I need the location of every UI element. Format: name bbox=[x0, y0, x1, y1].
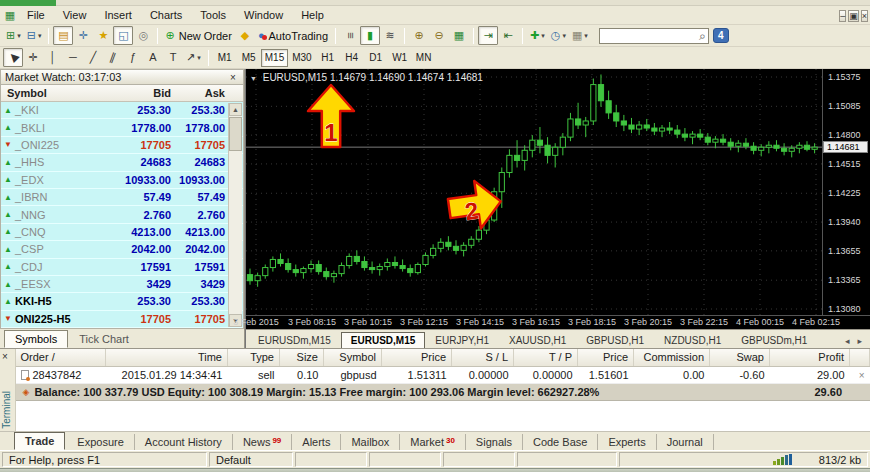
market-watch-row[interactable]: ▲KKI-H5253.30253.30 bbox=[1, 293, 243, 310]
timeframe-m1[interactable]: M1 bbox=[213, 49, 237, 67]
market-watch-row[interactable]: ▲_EDX10933.0010933.00 bbox=[1, 172, 243, 189]
terminal-tab-experts[interactable]: Experts bbox=[598, 434, 656, 450]
vertical-line-tool[interactable]: │ bbox=[43, 48, 63, 67]
chart-plot-area[interactable]: ▼ EURUSD,M15 1.14679 1.14690 1.14674 1.1… bbox=[246, 69, 822, 315]
terminal-tab-trade[interactable]: Trade bbox=[14, 432, 65, 450]
minimize-button[interactable]: – bbox=[839, 10, 846, 22]
terminal-tab-market[interactable]: Market30 bbox=[400, 434, 466, 450]
scroll-left-icon[interactable]: ◂ bbox=[841, 334, 854, 348]
timeframe-h4[interactable]: H4 bbox=[340, 49, 364, 67]
market-watch-row[interactable]: ▲_EESX34293429 bbox=[1, 276, 243, 293]
timeframe-d1[interactable]: D1 bbox=[364, 49, 388, 67]
market-watch-row[interactable]: ▼_ONI2251770517705 bbox=[1, 137, 243, 154]
timeframe-h1[interactable]: H1 bbox=[316, 49, 340, 67]
chart-tab-gbpusdm-h1[interactable]: GBPUSDm,H1 bbox=[731, 332, 817, 348]
chart-tab-eurjpy-h1[interactable]: EURJPY,H1 bbox=[425, 332, 499, 348]
text-tool[interactable]: A bbox=[143, 48, 163, 67]
order-row[interactable]: 284378422015.01.29 14:34:41sell0.10gbpus… bbox=[16, 366, 870, 383]
market-watch-row[interactable]: ▲_IBRN57.4957.49 bbox=[1, 189, 243, 206]
column-order[interactable]: Order / bbox=[16, 349, 106, 366]
fibonacci-tool[interactable]: ƒ bbox=[123, 48, 143, 67]
navigator-toggle[interactable]: ★ bbox=[93, 26, 113, 45]
restore-button[interactable]: ▣ bbox=[848, 10, 859, 22]
close-position-button[interactable]: × bbox=[855, 370, 865, 381]
arrows-tool[interactable]: ↗▾ bbox=[183, 48, 204, 67]
market-watch-row[interactable]: ▲_KKI253.30253.30 bbox=[1, 102, 243, 119]
column-swap[interactable]: Swap bbox=[710, 349, 770, 366]
cursor-tool[interactable]: ▶ bbox=[3, 48, 23, 67]
chart-tab-gbpusd-h1[interactable]: GBPUSD,H1 bbox=[576, 332, 654, 348]
market-watch-row[interactable]: ▲_BKLI1778.001778.00 bbox=[1, 119, 243, 136]
market-watch-row[interactable]: ▲_HHS2468324683 bbox=[1, 154, 243, 171]
terminal-tab-code-base[interactable]: Code Base bbox=[523, 434, 598, 450]
terminal-tab-account-history[interactable]: Account History bbox=[135, 434, 233, 450]
menu-insert[interactable]: Insert bbox=[95, 8, 141, 22]
column-bid[interactable]: Bid bbox=[101, 87, 171, 99]
column-sl[interactable]: S / L bbox=[452, 349, 514, 366]
trendline-tool[interactable]: ╱ bbox=[83, 48, 103, 67]
scroll-right-icon[interactable]: ▸ bbox=[853, 334, 866, 348]
menu-view[interactable]: View bbox=[54, 8, 96, 22]
market-watch-row[interactable]: ▲_CSP2042.002042.00 bbox=[1, 241, 243, 258]
chart-shift-toggle[interactable]: ⇤ bbox=[498, 26, 518, 45]
data-window-toggle[interactable]: ✛ bbox=[73, 26, 93, 45]
column-price[interactable]: Price bbox=[382, 349, 452, 366]
chart-tab-xauusd-h1[interactable]: XAUUSD,H1 bbox=[499, 332, 576, 348]
column-ask[interactable]: Ask bbox=[171, 87, 243, 99]
terminal-tab-alerts[interactable]: Alerts bbox=[292, 434, 341, 450]
column-price[interactable]: Price bbox=[578, 349, 634, 366]
terminal-tab-news[interactable]: News99 bbox=[233, 434, 292, 450]
profiles-button[interactable]: ⊟▾ bbox=[24, 26, 45, 45]
terminal-tab-signals[interactable]: Signals bbox=[466, 434, 523, 450]
market-watch-close-icon[interactable]: × bbox=[227, 72, 239, 83]
market-watch-toggle[interactable]: ▤ bbox=[53, 26, 73, 45]
column-symbol[interactable]: Symbol bbox=[1, 87, 101, 99]
line-chart-button[interactable]: ≋ bbox=[380, 26, 400, 45]
column-size[interactable]: Size bbox=[280, 349, 324, 366]
auto-scroll-toggle[interactable]: ⇥ bbox=[478, 26, 498, 45]
market-watch-row[interactable]: ▲_CNQ4213.004213.00 bbox=[1, 224, 243, 241]
menu-window[interactable]: Window bbox=[235, 8, 292, 22]
timeframe-m30[interactable]: M30 bbox=[288, 49, 315, 67]
scroll-up-icon[interactable]: ▲ bbox=[229, 103, 242, 116]
horizontal-line-tool[interactable]: ─ bbox=[63, 48, 83, 67]
market-watch-row[interactable]: ▲_CDJ1759117591 bbox=[1, 259, 243, 276]
zoom-in-button[interactable]: ⊕ bbox=[409, 26, 429, 45]
periods-button[interactable]: ◷▾ bbox=[548, 26, 569, 45]
column-type[interactable]: Type bbox=[228, 349, 280, 366]
column-profit[interactable]: Profit bbox=[770, 349, 850, 366]
column-commission[interactable]: Commission bbox=[634, 349, 710, 366]
tab-symbols[interactable]: Symbols bbox=[4, 330, 68, 348]
text-label-tool[interactable]: T bbox=[163, 48, 183, 67]
timeframe-mn[interactable]: MN bbox=[412, 49, 436, 67]
scrollbar-thumb[interactable] bbox=[229, 117, 242, 151]
close-button[interactable]: × bbox=[861, 10, 868, 22]
candlestick-chart[interactable]: 12 bbox=[246, 69, 822, 315]
chart-tab-eurusd-m15[interactable]: EURUSD,M15 bbox=[341, 332, 425, 348]
tile-windows-button[interactable]: ▦ bbox=[449, 26, 469, 45]
menu-charts[interactable]: Charts bbox=[141, 8, 191, 22]
terminal-tab-mailbox[interactable]: Mailbox bbox=[341, 434, 400, 450]
metaeditor-button[interactable]: ◆ bbox=[235, 26, 255, 45]
status-profile[interactable]: Default bbox=[209, 452, 293, 467]
bar-chart-button[interactable]: ≡ bbox=[340, 26, 360, 45]
market-watch-scrollbar[interactable]: ▲ ▼ bbox=[228, 103, 242, 327]
new-order-button[interactable]: ⊕New Order bbox=[162, 26, 234, 45]
menu-tools[interactable]: Tools bbox=[191, 8, 235, 22]
column-symbol[interactable]: Symbol bbox=[324, 349, 382, 366]
column-time[interactable]: Time bbox=[106, 349, 228, 366]
terminal-tab-journal[interactable]: Journal bbox=[657, 434, 714, 450]
terminal-toggle[interactable]: ◱ bbox=[113, 26, 133, 45]
market-watch-row[interactable]: ▲_NNG2.7602.760 bbox=[1, 206, 243, 223]
market-watch-row[interactable]: ▼ONI225-H51770517705 bbox=[1, 311, 243, 328]
terminal-close-icon[interactable]: × bbox=[2, 351, 8, 362]
terminal-tab-exposure[interactable]: Exposure bbox=[67, 434, 134, 450]
equidistant-channel-tool[interactable]: ∥ bbox=[103, 48, 123, 67]
candlestick-chart-button[interactable]: ▮ bbox=[360, 26, 380, 45]
tab-tick-chart[interactable]: Tick Chart bbox=[68, 330, 140, 348]
zoom-out-button[interactable]: ⊖ bbox=[429, 26, 449, 45]
crosshair-tool[interactable]: ✛ bbox=[23, 48, 43, 67]
menu-file[interactable]: File bbox=[18, 8, 54, 22]
chart-tab-nzdusd-h1[interactable]: NZDUSD,H1 bbox=[654, 332, 731, 348]
strategy-tester-toggle[interactable]: ◎ bbox=[133, 26, 153, 45]
